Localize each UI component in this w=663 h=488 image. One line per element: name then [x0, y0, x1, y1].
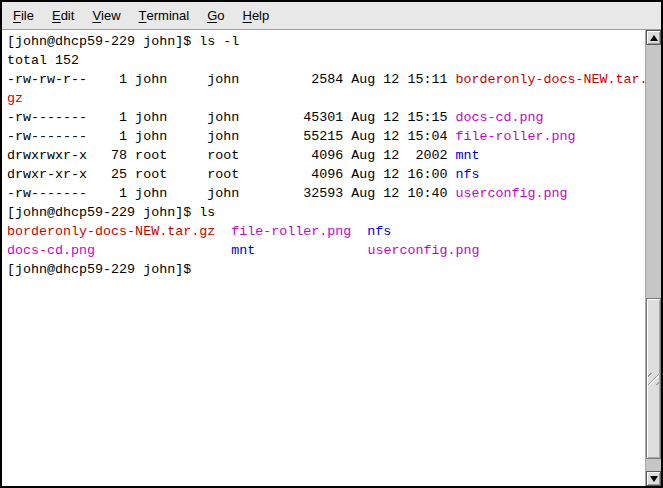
- terminal-line: drwxrwxr-x 78 root root 4096 Aug 12 2002…: [7, 146, 645, 165]
- terminal-filename: docs-cd.png: [455, 110, 543, 125]
- terminal-filename: userconfig.png: [455, 186, 567, 201]
- terminal-line: [john@dhcp59-229 john]$: [7, 260, 645, 279]
- terminal-line: -rw------- 1 john john 45301 Aug 12 15:1…: [7, 108, 645, 127]
- terminal-filename: docs-cd.png: [7, 243, 95, 258]
- menu-item-terminal[interactable]: Terminal: [130, 2, 199, 29]
- menu-item-help[interactable]: Help: [234, 2, 279, 29]
- terminal-line: -rw-rw-r-- 1 john john 2584 Aug 12 15:11…: [7, 70, 645, 89]
- menu-item-view[interactable]: View: [83, 2, 129, 29]
- arrow-up-icon: [650, 35, 658, 41]
- terminal-line: [john@dhcp59-229 john]$ ls -l: [7, 32, 645, 51]
- terminal-filename: userconfig.png: [367, 243, 479, 258]
- menu-item-edit[interactable]: Edit: [43, 2, 83, 29]
- terminal-filename: nfs: [367, 224, 391, 239]
- terminal-line: drwxr-xr-x 25 root root 4096 Aug 12 16:0…: [7, 165, 645, 184]
- terminal-filename: file-roller.png: [455, 129, 575, 144]
- scrollbar-trough[interactable]: [646, 45, 661, 471]
- terminal-output[interactable]: [john@dhcp59-229 john]$ ls -ltotal 152-r…: [2, 30, 645, 486]
- terminal-text: [351, 224, 367, 239]
- terminal-line: [john@dhcp59-229 john]$ ls: [7, 203, 645, 222]
- terminal-text: [215, 224, 231, 239]
- terminal-text: [john@dhcp59-229 john]$ ls: [7, 205, 215, 220]
- terminal-text: [john@dhcp59-229 john]$ ls -l: [7, 34, 239, 49]
- terminal-line: docs-cd.png mnt userconfig.png: [7, 241, 645, 260]
- terminal-text: drwxr-xr-x 25 root root 4096 Aug 12 16:0…: [7, 167, 455, 182]
- terminal-text: drwxrwxr-x 78 root root 4096 Aug 12 2002: [7, 148, 455, 163]
- scroll-down-button[interactable]: [646, 471, 661, 486]
- terminal-filename: borderonly-docs-NEW.tar.: [455, 72, 645, 87]
- terminal-text: -rw------- 1 john john 45301 Aug 12 15:1…: [7, 110, 455, 125]
- menu-item-file[interactable]: File: [4, 2, 43, 29]
- window-content: [john@dhcp59-229 john]$ ls -ltotal 152-r…: [2, 30, 661, 486]
- terminal-text: [john@dhcp59-229 john]$: [7, 262, 199, 277]
- terminal-filename: borderonly-docs-NEW.tar.gz: [7, 224, 215, 239]
- terminal-line: -rw------- 1 john john 55215 Aug 12 15:0…: [7, 127, 645, 146]
- terminal-filename: mnt: [455, 148, 479, 163]
- menu-bar: FileEditViewTerminalGoHelp: [2, 2, 661, 30]
- terminal-text: -rw-rw-r-- 1 john john 2584 Aug 12 15:11: [7, 72, 455, 87]
- scrollbar-grip-icon: [648, 373, 659, 385]
- scrollbar-thumb[interactable]: [646, 298, 661, 459]
- terminal-text: [95, 243, 231, 258]
- terminal-filename: mnt: [231, 243, 255, 258]
- scroll-up-button[interactable]: [646, 30, 661, 45]
- terminal-text: total 152: [7, 53, 79, 68]
- terminal-filename: gz: [7, 91, 23, 106]
- terminal-text: -rw------- 1 john john 55215 Aug 12 15:0…: [7, 129, 455, 144]
- terminal-filename: nfs: [455, 167, 479, 182]
- terminal-filename: file-roller.png: [231, 224, 351, 239]
- terminal-text: [255, 243, 367, 258]
- terminal-line: gz: [7, 89, 645, 108]
- terminal-window: FileEditViewTerminalGoHelp [john@dhcp59-…: [0, 0, 663, 488]
- terminal-line: total 152: [7, 51, 645, 70]
- scrollbar[interactable]: [645, 30, 661, 486]
- terminal-text: -rw------- 1 john john 32593 Aug 12 10:4…: [7, 186, 455, 201]
- arrow-down-icon: [650, 476, 658, 482]
- terminal-line: -rw------- 1 john john 32593 Aug 12 10:4…: [7, 184, 645, 203]
- terminal-line: borderonly-docs-NEW.tar.gz file-roller.p…: [7, 222, 645, 241]
- menu-item-go[interactable]: Go: [198, 2, 233, 29]
